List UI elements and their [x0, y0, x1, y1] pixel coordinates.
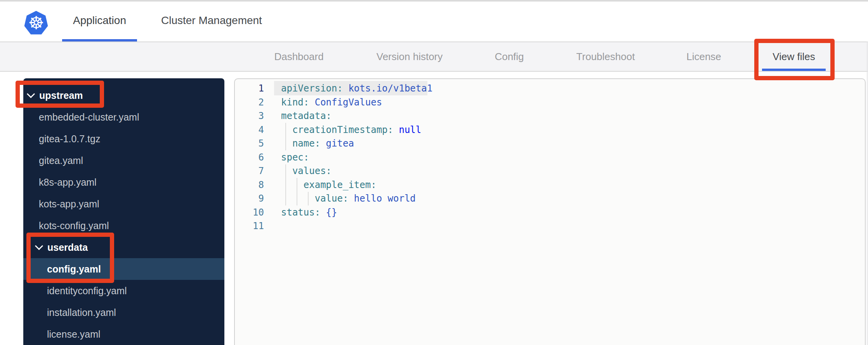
code-line-9: value: hello world	[281, 192, 432, 206]
kubernetes-logo: ☸	[24, 11, 48, 36]
tree-item-label: upstream	[39, 90, 83, 101]
tree-file-installation-yaml[interactable]: installation.yaml	[23, 302, 224, 323]
tree-file-identityconfig-yaml[interactable]: identityconfig.yaml	[23, 280, 224, 302]
tree-item-label: kots-app.yaml	[39, 198, 99, 210]
code-line-6: spec:	[281, 151, 432, 165]
subnav-item-config[interactable]: Config	[495, 42, 524, 71]
tree-file-embedded-cluster-yaml[interactable]: embedded-cluster.yaml	[23, 106, 224, 128]
subnav-item-troubleshoot[interactable]: Troubleshoot	[576, 42, 635, 71]
tree-item-label: license.yaml	[47, 329, 101, 340]
line-number: 6	[235, 151, 264, 165]
kubernetes-heptagon: ☸	[24, 11, 48, 36]
line-number: 9	[235, 192, 264, 206]
header-bar: ☸ ApplicationCluster Management	[0, 2, 868, 41]
file-content-viewer[interactable]: 1234567891011 apiVersion: kots.io/v1beta…	[234, 78, 866, 345]
header-tabs: ApplicationCluster Management	[62, 2, 273, 41]
subnav-item-license[interactable]: License	[686, 42, 721, 71]
code-line-7: values:	[281, 164, 432, 178]
code-line-10: status: {}	[281, 206, 432, 220]
line-number: 7	[235, 164, 264, 178]
tree-item-label: identityconfig.yaml	[47, 285, 127, 297]
header-tab-application[interactable]: Application	[62, 2, 137, 41]
active-tab-underline	[762, 69, 826, 71]
code-line-3: metadata:	[281, 109, 432, 123]
line-number: 3	[235, 109, 264, 123]
line-number: 8	[235, 178, 264, 192]
line-number: 4	[235, 123, 264, 137]
app-subnav: DashboardVersion historyConfigTroublesho…	[0, 41, 868, 72]
tree-file-kots-config-yaml[interactable]: kots-config.yaml	[23, 215, 224, 236]
code-line-11	[281, 219, 432, 233]
tree-file-kots-app-yaml[interactable]: kots-app.yaml	[23, 193, 224, 215]
yaml-code[interactable]: apiVersion: kots.io/v1beta1kind: ConfigV…	[281, 82, 432, 233]
header-tab-cluster-management[interactable]: Cluster Management	[150, 2, 273, 41]
code-line-8: example_item:	[281, 178, 432, 192]
tree-file-config-yaml[interactable]: config.yaml	[23, 258, 224, 280]
tree-item-label: gitea.yaml	[39, 155, 83, 166]
code-line-1: apiVersion: kots.io/v1beta1	[281, 82, 432, 96]
file-tree: upstreamembedded-cluster.yamlgitea-1.0.7…	[23, 78, 224, 345]
line-number: 11	[235, 219, 264, 233]
tree-file-license-yaml[interactable]: license.yaml	[23, 323, 224, 345]
line-number-gutter: 1234567891011	[235, 82, 264, 233]
tree-item-label: config.yaml	[47, 264, 101, 275]
tree-item-label: embedded-cluster.yaml	[39, 112, 139, 123]
tree-item-label: userdata	[47, 242, 88, 253]
line-number: 5	[235, 137, 264, 151]
subnav-item-dashboard[interactable]: Dashboard	[274, 42, 323, 71]
line-number: 1	[235, 82, 264, 96]
tree-folder-userdata[interactable]: userdata	[23, 236, 224, 258]
tree-folder-upstream[interactable]: upstream	[23, 85, 224, 106]
tree-item-label: k8s-app.yaml	[39, 177, 97, 188]
subnav-item-version-history[interactable]: Version history	[377, 42, 443, 71]
line-number: 10	[235, 206, 264, 220]
viewport-right-edge	[867, 41, 868, 345]
tree-file-gitea-yaml[interactable]: gitea.yaml	[23, 150, 224, 171]
chevron-down-icon	[35, 242, 43, 250]
tree-file-k8s-app-yaml[interactable]: k8s-app.yaml	[23, 171, 224, 193]
tree-item-label: installation.yaml	[47, 307, 116, 318]
code-line-4: creationTimestamp: null	[281, 123, 432, 137]
helm-wheel-icon: ☸	[28, 14, 44, 32]
tree-item-label: gitea-1.0.7.tgz	[39, 133, 100, 145]
tree-file-gitea-1-0-7-tgz[interactable]: gitea-1.0.7.tgz	[23, 128, 224, 150]
chevron-down-icon	[27, 90, 35, 98]
tree-item-label: kots-config.yaml	[39, 220, 109, 231]
line-number: 2	[235, 96, 264, 110]
code-line-5: name: gitea	[281, 137, 432, 151]
subnav-item-view-files[interactable]: View files	[773, 42, 815, 71]
code-line-2: kind: ConfigValues	[281, 96, 432, 110]
file-tree-sidebar: upstreamembedded-cluster.yamlgitea-1.0.7…	[23, 78, 224, 345]
